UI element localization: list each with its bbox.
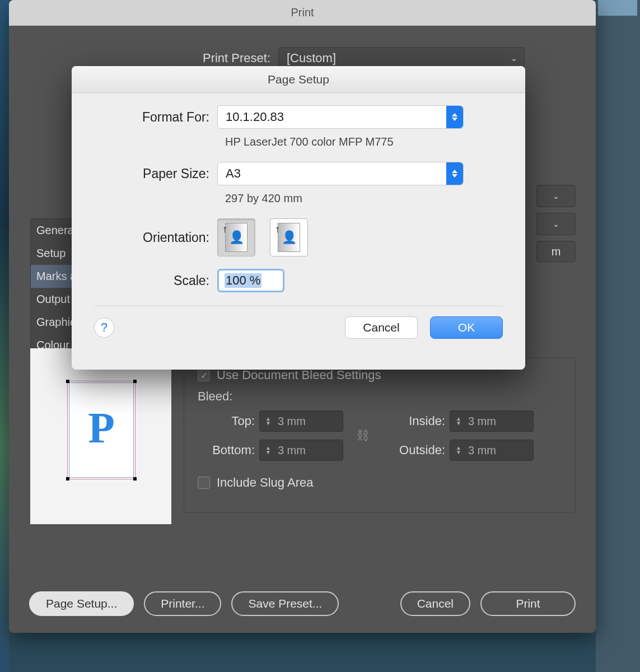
page-setup-title: Page Setup [72,66,525,93]
save-preset-button[interactable]: Save Preset... [231,591,339,616]
page-setup-ok-button[interactable]: OK [430,316,503,339]
bleed-bottom-label: Bottom: [198,443,259,458]
scale-label: Scale: [94,273,217,288]
include-slug-area-checkbox[interactable] [198,477,210,489]
print-button[interactable]: Print [480,591,576,616]
use-document-bleed-label: Use Document Bleed Settings [217,368,381,382]
orientation-portrait-button[interactable]: ↑ 👤 [217,218,255,256]
bleed-and-slug-panel: Use Document Bleed Settings Bleed: Top: … [184,357,576,513]
bleed-inside-field[interactable]: ▲▼ 3 mm [450,410,534,432]
page-preview-glyph: P [88,403,115,453]
up-arrow-icon: ↑ [275,223,280,235]
bleed-section-label: Bleed: [198,389,562,404]
cancel-button[interactable]: Cancel [400,591,470,616]
scale-value: 100 % [225,273,261,288]
format-for-select[interactable]: 10.1.20.83 [217,105,464,129]
print-preset-value: [Custom] [287,51,336,66]
bleed-bottom-field[interactable]: ▲▼ 3 mm [259,440,343,461]
bleed-inside-value: 3 mm [468,415,496,428]
paper-size-select[interactable]: A3 [217,162,464,185]
landscape-page-icon: 👤 [278,223,300,252]
page-preview: P [30,348,171,524]
print-dialog-footer: Page Setup... Printer... Save Preset... … [9,591,596,616]
stepper-icon[interactable]: ▲▼ [456,446,461,455]
stepper-icon[interactable]: ▲▼ [456,417,461,426]
scale-input[interactable]: 100 % [217,269,284,292]
paper-size-sublabel: 297 by 420 mm [217,190,503,214]
printer-button[interactable]: Printer... [144,591,221,616]
chevron-down-icon: ⌄ [553,220,559,228]
obscured-select-2[interactable]: ⌄ [536,213,576,235]
page-setup-dialog: Page Setup Format For: 10.1.20.83 HP Las… [72,66,525,370]
bleed-bottom-value: 3 mm [278,444,306,457]
print-preset-label: Print Preset: [80,51,270,66]
format-for-label: Format For: [94,110,217,125]
page-setup-button[interactable]: Page Setup... [29,591,134,616]
bleed-inside-label: Inside: [382,414,450,428]
orientation-landscape-button[interactable]: ↑ 👤 [270,218,308,256]
obscured-controls: ⌄ ⌄ m [536,185,576,262]
format-for-value: 10.1.20.83 [226,110,284,124]
bleed-outside-label: Outside: [382,443,450,458]
bleed-top-field[interactable]: ▲▼ 3 mm [259,410,343,432]
page-setup-cancel-button[interactable]: Cancel [345,316,418,339]
up-arrow-icon: ↑ [222,223,227,235]
chevron-down-icon: ⌄ [553,192,559,200]
portrait-page-icon: 👤 [225,223,247,252]
bleed-top-label: Top: [198,414,259,428]
stepper-icon[interactable]: ▲▼ [265,417,271,426]
desktop-edge-left [0,0,9,672]
page-preview-page: P [67,381,136,479]
paper-size-label: Paper Size: [94,166,217,181]
include-slug-area-label: Include Slug Area [217,475,313,490]
obscured-select-1[interactable]: ⌄ [536,185,576,207]
use-document-bleed-checkbox[interactable] [198,369,210,381]
stepper-icon[interactable]: ▲▼ [265,446,271,455]
paper-size-value: A3 [226,166,241,181]
bleed-outside-field[interactable]: ▲▼ 3 mm [450,440,534,461]
link-values-icon[interactable]: ⛓ [343,428,382,443]
obscured-unit-field[interactable]: m [536,241,576,262]
bleed-outside-value: 3 mm [468,444,496,457]
desktop-edge-right [596,0,640,672]
chevron-down-icon: ⌄ [511,54,517,63]
orientation-label: Orientation: [94,230,217,245]
help-button[interactable]: ? [94,318,114,338]
select-stepper-icon [446,106,463,128]
select-stepper-icon [446,162,463,185]
print-dialog-title: Print [9,0,596,26]
bleed-top-value: 3 mm [278,415,306,428]
format-for-sublabel: HP LaserJet 700 color MFP M775 [217,133,503,157]
